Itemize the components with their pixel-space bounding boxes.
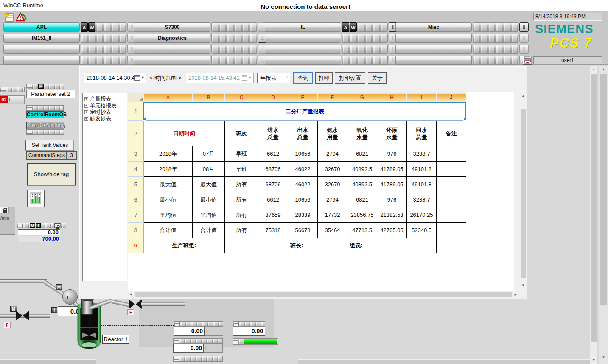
- level-setpoint[interactable]: 700.00: [18, 236, 60, 242]
- row-number[interactable]: 5: [128, 177, 144, 192]
- tag-strip[interactable]: [0, 87, 25, 92]
- scroll-up-icon[interactable]: ▲: [599, 67, 608, 73]
- expand-icon[interactable]: [84, 97, 88, 101]
- display-strip[interactable]: [173, 338, 223, 344]
- window-vscrollbar[interactable]: ▲ ▼: [599, 66, 608, 364]
- display-strip[interactable]: [233, 321, 265, 327]
- cell[interactable]: 23856.75: [347, 207, 377, 223]
- cell[interactable]: 最大值: [193, 177, 225, 192]
- cell[interactable]: 26170.25: [407, 207, 437, 223]
- alarm-w-badge[interactable]: W: [350, 22, 357, 32]
- report-title-cell[interactable]: 二分厂产量报表: [144, 102, 466, 121]
- scroll-right-icon[interactable]: ►: [513, 291, 518, 298]
- cell[interactable]: 6821: [347, 192, 377, 207]
- col-header[interactable]: J: [437, 93, 466, 102]
- slot-cells[interactable]: [81, 45, 126, 54]
- col-header[interactable]: I: [407, 93, 437, 102]
- controlroom-strip[interactable]: [26, 105, 64, 111]
- scroll-down-icon[interactable]: ▼: [520, 283, 527, 288]
- toolbar-button-empty[interactable]: [134, 45, 210, 54]
- sheet-vscrollbar[interactable]: ▲ ▼: [520, 92, 527, 291]
- cell[interactable]: 6612: [258, 192, 288, 207]
- tree-item-cell-report[interactable]: 单元格报表: [84, 103, 127, 109]
- cell[interactable]: 3238.7: [407, 146, 437, 162]
- cell[interactable]: 最大值: [144, 177, 193, 192]
- cell[interactable]: 07月: [193, 146, 225, 162]
- tree-item-timed-report[interactable]: 定时抄表: [84, 109, 127, 116]
- header-cell[interactable]: 回水 总量: [407, 121, 437, 146]
- toolbar-button-empty[interactable]: [3, 56, 80, 65]
- cell[interactable]: 合计值: [193, 223, 225, 238]
- header-cell[interactable]: 出水 总量: [288, 121, 318, 146]
- internal-mode-badge[interactable]: I: [36, 223, 41, 228]
- vscroll-thumb[interactable]: [591, 74, 597, 342]
- cell[interactable]: 976: [377, 192, 407, 207]
- slot-cells[interactable]: [473, 56, 518, 65]
- alarm-warning-icon[interactable]: !: [16, 12, 27, 22]
- display-strip[interactable]: [173, 356, 223, 362]
- cell[interactable]: 2018年: [144, 162, 193, 177]
- tree-item-trigger-report[interactable]: 触发抄表: [84, 116, 127, 123]
- toolbar-button-empty[interactable]: [395, 45, 472, 54]
- sheet-hscrollbar[interactable]: ◄ ►: [128, 291, 527, 298]
- motor-badge[interactable]: M: [56, 284, 62, 290]
- down-arrow-icon[interactable]: [519, 45, 529, 54]
- expand-icon[interactable]: [84, 110, 88, 114]
- cell[interactable]: [437, 162, 466, 177]
- toolbar-button-misc[interactable]: Misc: [395, 22, 472, 32]
- col-header[interactable]: C: [225, 93, 258, 102]
- cell[interactable]: 早班: [225, 162, 258, 177]
- start-time-picker[interactable]: 2018-08-14 14:30:41▼: [84, 73, 146, 83]
- header-cell[interactable]: 备注: [437, 121, 466, 146]
- header-cell[interactable]: 氨水 用量: [318, 121, 347, 146]
- cell[interactable]: 合计值: [144, 223, 193, 238]
- hscroll-thumb[interactable]: [135, 292, 512, 297]
- col-header[interactable]: B: [193, 93, 225, 102]
- cell[interactable]: [437, 207, 466, 223]
- toolbar-button-s7300[interactable]: S7300: [134, 22, 210, 32]
- display-strip[interactable]: [174, 321, 223, 327]
- cell[interactable]: 35464: [318, 223, 347, 238]
- row-number[interactable]: 7: [128, 207, 144, 223]
- vscroll-thumb[interactable]: [600, 74, 607, 305]
- row-number[interactable]: 6: [128, 192, 144, 207]
- header-cell[interactable]: 进水 总量: [258, 121, 288, 146]
- cell[interactable]: 17732: [318, 207, 347, 223]
- pump[interactable]: [62, 289, 78, 305]
- trend-view-button[interactable]: [27, 190, 45, 207]
- toolbar-button-empty[interactable]: [134, 56, 210, 65]
- about-button[interactable]: 关于: [368, 72, 387, 84]
- cell[interactable]: 41789.05: [377, 177, 407, 192]
- valve[interactable]: [16, 311, 29, 320]
- row-number[interactable]: 8: [128, 223, 144, 238]
- picture-tree-icon[interactable]: [4, 12, 14, 22]
- cell[interactable]: 46022: [288, 177, 318, 192]
- query-button[interactable]: 查询: [293, 72, 313, 84]
- cell[interactable]: 08月: [193, 162, 225, 177]
- lock-icon[interactable]: [0, 207, 9, 213]
- scroll-up-icon[interactable]: ▲: [590, 67, 597, 73]
- cell[interactable]: 40892.5: [347, 162, 377, 177]
- manual-mode-badge[interactable]: M: [30, 223, 35, 228]
- report-type-select[interactable]: 年报表˅: [257, 73, 290, 83]
- slot-cells[interactable]: [342, 45, 388, 54]
- alarm-a-badge[interactable]: A: [342, 22, 349, 32]
- cell[interactable]: 早班: [225, 146, 258, 162]
- footer-member-cell[interactable]: 组员:: [347, 238, 437, 253]
- row-number[interactable]: 2: [128, 121, 144, 146]
- footer-leader-cell[interactable]: 班长:: [288, 238, 347, 253]
- cell[interactable]: 49101.8: [407, 177, 437, 192]
- cell[interactable]: [225, 238, 288, 253]
- parameter-set-field[interactable]: Parameter set 2: [26, 90, 75, 98]
- col-header[interactable]: D: [258, 93, 288, 102]
- cell[interactable]: [437, 192, 466, 207]
- work-area-vscrollbar[interactable]: ▲ ▼: [590, 66, 597, 364]
- down-arrow-icon[interactable]: [519, 22, 529, 32]
- slot-cells[interactable]: [473, 34, 518, 43]
- cell[interactable]: 40892.5: [347, 177, 377, 192]
- slot-cells[interactable]: [211, 34, 257, 43]
- cell[interactable]: 6821: [347, 146, 377, 162]
- end-time-picker[interactable]: 2018-08-14 15:43:41▼: [186, 73, 254, 83]
- toolbar-button-empty[interactable]: [3, 45, 80, 54]
- col-header[interactable]: A: [144, 93, 193, 102]
